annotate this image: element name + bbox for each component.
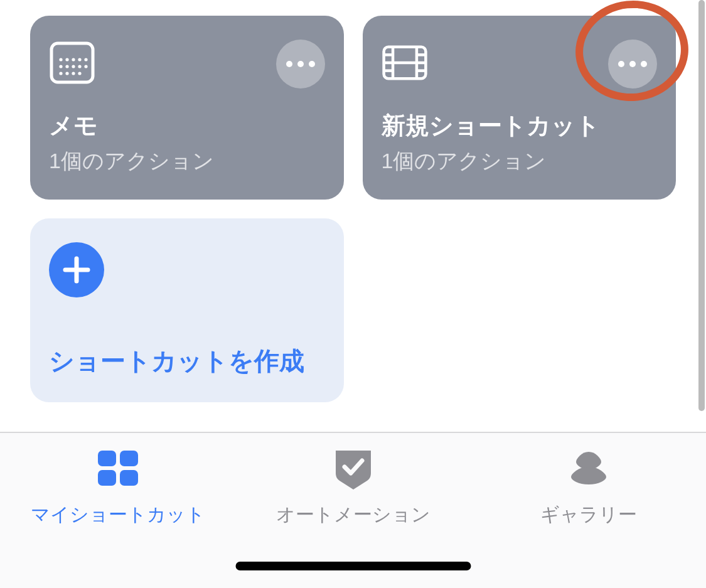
shortcut-card-memo[interactable]: メモ 1個のアクション xyxy=(30,16,344,200)
shortcut-subtitle: 1個のアクション xyxy=(382,147,658,176)
home-indicator[interactable] xyxy=(235,562,471,570)
calendar-icon xyxy=(49,40,95,86)
tab-my-shortcuts[interactable]: マイショートカット xyxy=(1,446,234,528)
svg-point-1 xyxy=(59,58,62,61)
automation-icon xyxy=(331,446,376,491)
grid-icon xyxy=(95,446,141,491)
tab-gallery[interactable]: ギャラリー xyxy=(472,446,705,528)
svg-point-11 xyxy=(59,72,62,75)
svg-point-5 xyxy=(84,58,87,61)
create-shortcut-label: ショートカットを作成 xyxy=(49,344,325,378)
svg-point-13 xyxy=(72,72,75,75)
shortcuts-content: メモ 1個のアクション xyxy=(0,0,706,432)
svg-point-14 xyxy=(78,72,81,75)
shortcut-title: メモ xyxy=(49,110,325,142)
create-shortcut-card[interactable]: ショートカットを作成 xyxy=(30,218,344,402)
plus-icon xyxy=(49,242,104,297)
more-options-button[interactable] xyxy=(276,40,325,88)
tab-bar: マイショートカット オートメーション ギャラリー xyxy=(0,432,706,588)
svg-point-7 xyxy=(65,65,68,68)
svg-rect-0 xyxy=(51,43,93,82)
tab-label: ギャラリー xyxy=(540,502,637,528)
svg-point-10 xyxy=(84,65,87,68)
more-options-button[interactable] xyxy=(608,40,657,88)
svg-point-9 xyxy=(78,65,81,68)
shortcut-subtitle: 1個のアクション xyxy=(49,147,325,176)
tab-label: オートメーション xyxy=(276,502,431,528)
tab-label: マイショートカット xyxy=(31,502,205,528)
svg-point-2 xyxy=(65,58,68,61)
svg-point-4 xyxy=(78,58,81,61)
svg-point-12 xyxy=(65,72,68,75)
gallery-icon xyxy=(566,446,611,491)
tab-automation[interactable]: オートメーション xyxy=(237,446,469,528)
svg-point-8 xyxy=(72,65,75,68)
svg-point-3 xyxy=(72,58,75,61)
scrollbar[interactable] xyxy=(697,0,706,424)
film-icon xyxy=(382,40,428,86)
shortcut-card-new[interactable]: 新規ショートカット 1個のアクション xyxy=(363,16,677,200)
shortcut-title: 新規ショートカット xyxy=(382,110,658,142)
svg-point-6 xyxy=(59,65,62,68)
